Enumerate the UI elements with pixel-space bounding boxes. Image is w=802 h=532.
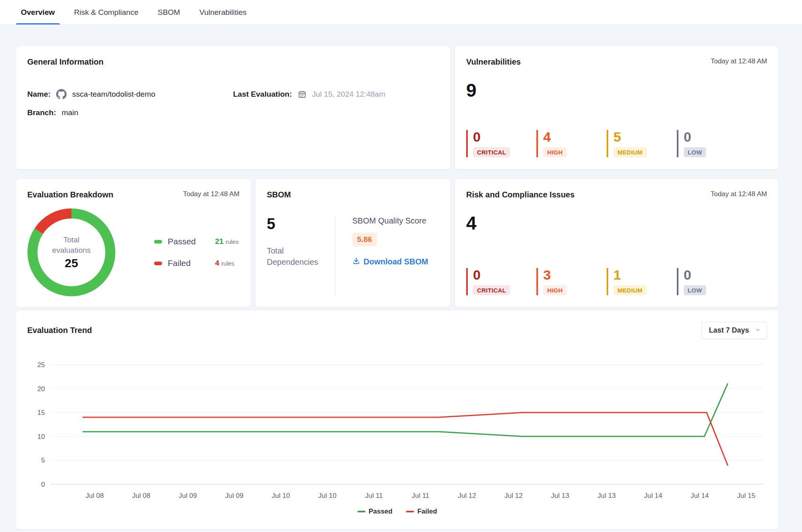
svg-text:Jul 11: Jul 11 [412,492,429,500]
last-evaluation-value: Jul 15, 2024 12:48am [312,90,386,99]
svg-text:Jul 13: Jul 13 [597,492,615,500]
evaluation-trend-card: Evaluation Trend Last 7 Days 0510152025J… [16,311,778,529]
vuln-medium-item: 5 MEDIUM [607,130,677,157]
passed-line-swatch-icon [357,511,365,512]
risk-compliance-card: Risk and Compliance Issues Today at 12:4… [455,179,778,307]
tab-sbom[interactable]: SBOM [153,0,185,24]
evaluation-breakdown-legend: Passed 21 rules Failed 4 rules [154,237,239,268]
evaluation-trend-title: Evaluation Trend [27,326,92,335]
sbom-quality-score-label: SBOM Quality Score [352,216,428,225]
vulnerabilities-severity-row: 0 CRITICAL 4 HIGH 5 MEDIUM 0 LOW [466,130,767,158]
vulnerabilities-total: 9 [466,81,767,99]
svg-text:Jul 09: Jul 09 [225,492,243,500]
trend-legend-failed-label: Failed [417,508,437,516]
calendar-icon [298,90,307,99]
download-sbom-link[interactable]: Download SBOM [352,257,428,267]
risk-compliance-total: 4 [466,214,767,232]
medium-badge: MEDIUM [613,285,647,295]
risk-low-item: 0 LOW [677,268,747,295]
tab-bar: Overview Risk & Compliance SBOM Vulnerab… [0,0,802,25]
legend-row-failed: Failed 4 rules [154,258,239,268]
vuln-critical-item: 0 CRITICAL [466,130,536,157]
svg-text:10: 10 [37,433,45,441]
evaluation-trend-chart: 0510152025Jul 08Jul 08Jul 09Jul 09Jul 10… [27,357,764,504]
name-label: Name: [27,90,51,99]
vuln-high-count: 4 [543,130,607,144]
svg-text:20: 20 [37,385,45,393]
branch-field: Branch: main [27,108,233,117]
svg-text:Jul 12: Jul 12 [458,492,476,500]
evaluations-donut-chart: Total evaluations 25 [27,208,116,296]
sbom-title: SBOM [267,190,439,199]
failed-value: 4 [215,259,219,268]
failed-label: Failed [168,258,215,268]
evaluation-breakdown-card: Evaluation Breakdown Today at 12:48 AM T… [16,179,251,307]
failed-swatch-icon [154,262,162,265]
svg-text:Jul 08: Jul 08 [85,492,104,500]
critical-badge: CRITICAL [473,285,510,295]
failed-line-swatch-icon [406,511,414,512]
download-icon [352,257,360,267]
evaluation-breakdown-title: Evaluation Breakdown [27,190,114,199]
svg-text:Jul 13: Jul 13 [551,492,569,500]
total-dependencies-count: 5 [267,216,335,231]
passed-unit: rules [225,238,239,245]
svg-text:Jul 11: Jul 11 [365,492,383,500]
risk-medium-count: 1 [613,268,677,282]
general-information-title: General Information [27,57,439,67]
svg-text:5: 5 [41,457,45,464]
passed-label: Passed [168,237,215,246]
download-sbom-label: Download SBOM [363,257,428,266]
dashboard-content: General Information Name: ssca-team/todo… [16,46,778,529]
trend-legend-failed: Failed [406,508,437,516]
branch-value: main [62,108,78,117]
risk-high-count: 3 [543,268,607,282]
trend-chart-legend: Passed Failed [27,508,767,516]
svg-text:15: 15 [37,409,45,416]
passed-swatch-icon [154,240,162,244]
passed-value: 21 [215,237,223,246]
vuln-low-item: 0 LOW [677,130,747,157]
donut-center-total: 25 [65,256,78,270]
vulnerabilities-title: Vulnerabilities [466,57,521,67]
svg-text:Jul 14: Jul 14 [690,492,709,500]
risk-compliance-title: Risk and Compliance Issues [466,190,575,199]
total-dependencies-label: Total Dependencies [267,245,323,268]
high-badge: HIGH [543,147,567,157]
vuln-medium-count: 5 [613,130,677,144]
sbom-card: SBOM 5 Total Dependencies SBOM Quality S… [256,179,450,307]
repo-name-field: Name: ssca-team/todolist-demo [27,89,233,99]
svg-text:Jul 10: Jul 10 [272,492,290,500]
svg-text:Jul 14: Jul 14 [644,492,662,500]
risk-compliance-timestamp: Today at 12:48 AM [711,190,767,198]
svg-text:25: 25 [37,361,45,369]
sbom-divider [335,216,335,296]
sbom-quality-score-value: 5.86 [352,233,377,246]
trend-legend-passed-label: Passed [369,508,393,516]
tab-overview[interactable]: Overview [16,0,60,24]
branch-label: Branch: [27,108,56,117]
svg-text:Jul 15: Jul 15 [737,492,755,500]
last-evaluation-label: Last Evaluation: [233,90,292,99]
risk-low-count: 0 [684,268,747,282]
last-evaluation-field: Last Evaluation: Jul 15, 2024 12:48am [233,89,439,99]
donut-center-label: Total evaluations [45,235,97,255]
chevron-down-icon [755,327,761,335]
repo-name-value: ssca-team/todolist-demo [72,90,155,99]
medium-badge: MEDIUM [613,147,647,157]
risk-critical-item: 0 CRITICAL [466,268,536,295]
svg-text:Jul 12: Jul 12 [504,492,522,500]
date-range-dropdown[interactable]: Last 7 Days [701,322,767,339]
tab-risk-compliance[interactable]: Risk & Compliance [69,0,144,24]
date-range-value: Last 7 Days [709,326,749,335]
vulnerabilities-card: Vulnerabilities Today at 12:48 AM 9 0 CR… [455,46,778,169]
low-badge: LOW [684,147,706,157]
legend-row-passed: Passed 21 rules [154,237,239,246]
tab-vulnerabilities[interactable]: Vulnerabilities [195,0,252,24]
svg-text:Jul 09: Jul 09 [179,492,197,500]
vuln-high-item: 4 HIGH [536,130,607,157]
github-icon [56,89,67,99]
vuln-low-count: 0 [684,130,747,144]
vulnerabilities-timestamp: Today at 12:48 AM [711,57,767,65]
critical-badge: CRITICAL [473,147,510,157]
